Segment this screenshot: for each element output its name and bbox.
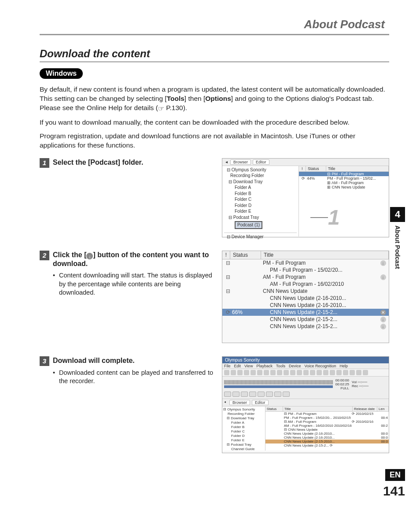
screenshot-3: Olympus Sonority FileEditViewPlaybackToo… bbox=[222, 356, 389, 453]
record-icon bbox=[232, 392, 239, 397]
intro-para-2: If you want to download manually, the co… bbox=[40, 118, 389, 127]
skip-forward-icon bbox=[274, 392, 281, 397]
step-number-2: 2 bbox=[40, 251, 49, 260]
step-title-2: Click the [↓] button of the content you … bbox=[53, 251, 213, 269]
pointer-icon: ☞ bbox=[158, 104, 164, 114]
tab-editor[interactable]: Editor bbox=[253, 159, 269, 165]
forward-icon bbox=[266, 392, 273, 397]
callout-1: 1 bbox=[310, 207, 340, 228]
step-2-body: Content downloading will start. The stat… bbox=[53, 271, 213, 297]
page-footer: EN 141 bbox=[383, 469, 405, 499]
download-button[interactable]: ↓ bbox=[380, 274, 386, 280]
intro-para-3: Program registration, update and downloa… bbox=[40, 132, 389, 150]
section-title: Download the content bbox=[40, 48, 389, 62]
step-number-3: 3 bbox=[40, 356, 49, 366]
intro-block: By default, if new content is found when… bbox=[40, 85, 389, 150]
content-list[interactable]: Status Title Release date Len ⊟ PM - Ful… bbox=[265, 407, 389, 451]
step-title-3: Download will complete. bbox=[53, 356, 135, 366]
chapter-number: 4 bbox=[390, 207, 405, 222]
intro-para-1: By default, if new content is found when… bbox=[40, 85, 389, 114]
folder-tree[interactable]: ⊟ Olympus Sonority Recording Folder ⊟ Do… bbox=[222, 407, 265, 451]
download-icon: ↓ bbox=[86, 253, 93, 259]
language-badge: EN bbox=[385, 469, 405, 481]
next-icon bbox=[283, 392, 290, 397]
download-button[interactable]: ↓ bbox=[380, 317, 386, 322]
prev-icon bbox=[224, 392, 231, 397]
download-button[interactable]: ↓ bbox=[380, 260, 386, 266]
tab-browser[interactable]: Browser bbox=[230, 159, 251, 165]
step-title-1: Select the [Podcast] folder. bbox=[53, 158, 143, 167]
play-icon bbox=[258, 392, 265, 397]
folder-tree[interactable]: ⊟ Olympus Sonority Recording Folder ⊟ Do… bbox=[222, 166, 299, 237]
list-row[interactable]: ⟳ 44% PM - Full Program - 15/02... bbox=[299, 176, 389, 181]
step-number-1: 1 bbox=[40, 158, 49, 168]
list-row[interactable]: ⊟ PM - Full Program bbox=[299, 172, 389, 176]
player-panel[interactable]: 00:00:00 00:02:25 FULL Vol ─○── Rec ─○── bbox=[222, 377, 389, 399]
podcast-folder-selected[interactable]: Podcast (1) bbox=[235, 221, 262, 229]
download-button[interactable]: ↓ bbox=[380, 324, 386, 329]
screenshot-1: ◂ Browser Editor ⊟ Olympus Sonority Reco… bbox=[222, 158, 389, 237]
os-pill-windows: Windows bbox=[40, 68, 83, 79]
chapter-label: About Podcast bbox=[394, 225, 401, 269]
page-number: 141 bbox=[383, 484, 405, 499]
app-title-bar: Olympus Sonority bbox=[222, 357, 389, 363]
chapter-side-tab: 4 About Podcast bbox=[390, 207, 405, 269]
list-row[interactable]: ⊞ AM - Full Program bbox=[299, 181, 389, 185]
header-rule bbox=[40, 34, 389, 35]
screenshot-2: ! Status Title ⊟PM - Full Program↓ PM - … bbox=[222, 251, 389, 343]
cancel-button[interactable]: ✕ bbox=[380, 310, 386, 315]
skip-back-icon bbox=[241, 392, 248, 397]
toolbar[interactable] bbox=[222, 369, 389, 377]
menu-bar[interactable]: FileEditViewPlaybackToolsDeviceVoice Rec… bbox=[222, 363, 389, 369]
list-row[interactable]: ⊞ CNN News Update bbox=[299, 185, 389, 189]
step-3-body: Downloaded content can be played and tra… bbox=[53, 369, 213, 386]
page-header-title: About Podcast bbox=[40, 18, 389, 31]
rewind-icon bbox=[249, 392, 256, 397]
